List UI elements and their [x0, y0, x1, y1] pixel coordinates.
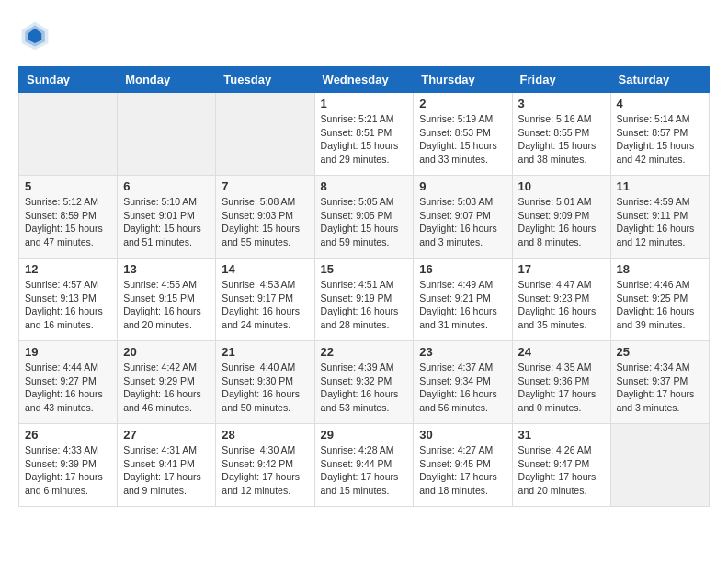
day-info: Sunrise: 4:34 AM Sunset: 9:37 PM Dayligh…	[617, 361, 703, 415]
day-number: 2	[419, 97, 506, 110]
calendar-table: SundayMondayTuesdayWednesdayThursdayFrid…	[18, 66, 710, 507]
calendar-cell: 11Sunrise: 4:59 AM Sunset: 9:11 PM Dayli…	[610, 176, 709, 259]
day-number: 1	[321, 97, 408, 110]
day-number: 21	[222, 345, 308, 359]
calendar-week-row: 5Sunrise: 5:12 AM Sunset: 8:59 PM Daylig…	[19, 176, 710, 259]
day-number: 16	[419, 262, 506, 276]
day-info: Sunrise: 5:14 AM Sunset: 8:57 PM Dayligh…	[617, 112, 703, 167]
day-info: Sunrise: 4:49 AM Sunset: 9:21 PM Dayligh…	[419, 278, 506, 332]
day-number: 27	[123, 428, 210, 442]
day-info: Sunrise: 5:19 AM Sunset: 8:53 PM Dayligh…	[419, 112, 506, 167]
day-number: 20	[123, 345, 210, 359]
day-info: Sunrise: 4:44 AM Sunset: 9:27 PM Dayligh…	[25, 361, 111, 415]
day-number: 5	[25, 179, 111, 193]
calendar-cell: 28Sunrise: 4:30 AM Sunset: 9:42 PM Dayli…	[216, 424, 314, 507]
day-number: 24	[518, 345, 605, 359]
page-header	[18, 18, 710, 52]
day-number: 29	[321, 428, 408, 442]
day-number: 9	[419, 179, 506, 193]
day-number: 12	[25, 262, 111, 276]
logo-icon	[18, 18, 51, 52]
day-info: Sunrise: 5:10 AM Sunset: 9:01 PM Dayligh…	[123, 195, 210, 249]
day-info: Sunrise: 4:57 AM Sunset: 9:13 PM Dayligh…	[25, 278, 111, 332]
day-info: Sunrise: 4:31 AM Sunset: 9:41 PM Dayligh…	[123, 443, 210, 498]
day-number: 28	[222, 428, 308, 442]
day-number: 7	[222, 179, 308, 193]
day-number: 8	[321, 179, 408, 193]
calendar-cell: 6Sunrise: 5:10 AM Sunset: 9:01 PM Daylig…	[118, 176, 216, 259]
day-info: Sunrise: 4:51 AM Sunset: 9:19 PM Dayligh…	[321, 278, 408, 332]
calendar-cell: 19Sunrise: 4:44 AM Sunset: 9:27 PM Dayli…	[19, 341, 118, 424]
calendar-cell: 22Sunrise: 4:39 AM Sunset: 9:32 PM Dayli…	[314, 341, 414, 424]
calendar-cell: 13Sunrise: 4:55 AM Sunset: 9:15 PM Dayli…	[118, 259, 216, 341]
day-number: 4	[617, 97, 703, 110]
day-info: Sunrise: 4:53 AM Sunset: 9:17 PM Dayligh…	[222, 278, 308, 332]
day-info: Sunrise: 4:26 AM Sunset: 9:47 PM Dayligh…	[518, 443, 605, 498]
weekday-header-tuesday: Tuesday	[216, 67, 314, 93]
weekday-header-wednesday: Wednesday	[314, 67, 414, 93]
calendar-cell: 7Sunrise: 5:08 AM Sunset: 9:03 PM Daylig…	[216, 176, 314, 259]
day-info: Sunrise: 4:42 AM Sunset: 9:29 PM Dayligh…	[123, 361, 210, 415]
weekday-header-saturday: Saturday	[610, 67, 709, 93]
day-info: Sunrise: 4:47 AM Sunset: 9:23 PM Dayligh…	[518, 278, 605, 332]
calendar-week-row: 19Sunrise: 4:44 AM Sunset: 9:27 PM Dayli…	[19, 341, 710, 424]
weekday-header-monday: Monday	[118, 67, 216, 93]
calendar-cell: 8Sunrise: 5:05 AM Sunset: 9:05 PM Daylig…	[314, 176, 414, 259]
day-number: 11	[617, 179, 703, 193]
calendar-cell	[118, 93, 216, 176]
day-number: 22	[321, 345, 408, 359]
calendar-cell	[610, 424, 709, 507]
day-info: Sunrise: 4:33 AM Sunset: 9:39 PM Dayligh…	[25, 443, 111, 498]
calendar-cell: 21Sunrise: 4:40 AM Sunset: 9:30 PM Dayli…	[216, 341, 314, 424]
day-info: Sunrise: 4:40 AM Sunset: 9:30 PM Dayligh…	[222, 361, 308, 415]
calendar-cell: 24Sunrise: 4:35 AM Sunset: 9:36 PM Dayli…	[512, 341, 610, 424]
calendar-cell: 20Sunrise: 4:42 AM Sunset: 9:29 PM Dayli…	[118, 341, 216, 424]
day-number: 13	[123, 262, 210, 276]
calendar-cell: 15Sunrise: 4:51 AM Sunset: 9:19 PM Dayli…	[314, 259, 414, 341]
calendar-cell: 31Sunrise: 4:26 AM Sunset: 9:47 PM Dayli…	[512, 424, 610, 507]
calendar-cell: 12Sunrise: 4:57 AM Sunset: 9:13 PM Dayli…	[19, 259, 118, 341]
day-info: Sunrise: 4:46 AM Sunset: 9:25 PM Dayligh…	[617, 278, 703, 332]
calendar-week-row: 26Sunrise: 4:33 AM Sunset: 9:39 PM Dayli…	[19, 424, 710, 507]
day-info: Sunrise: 5:05 AM Sunset: 9:05 PM Dayligh…	[321, 195, 408, 249]
day-number: 26	[25, 428, 111, 442]
calendar-cell	[216, 93, 314, 176]
weekday-header-row: SundayMondayTuesdayWednesdayThursdayFrid…	[19, 67, 710, 93]
day-info: Sunrise: 4:30 AM Sunset: 9:42 PM Dayligh…	[222, 443, 308, 498]
day-info: Sunrise: 5:01 AM Sunset: 9:09 PM Dayligh…	[518, 195, 605, 249]
calendar-cell: 16Sunrise: 4:49 AM Sunset: 9:21 PM Dayli…	[414, 259, 512, 341]
day-number: 31	[518, 428, 605, 442]
day-info: Sunrise: 4:59 AM Sunset: 9:11 PM Dayligh…	[617, 195, 703, 249]
calendar-cell: 4Sunrise: 5:14 AM Sunset: 8:57 PM Daylig…	[610, 93, 709, 176]
day-number: 6	[123, 179, 210, 193]
calendar-cell: 29Sunrise: 4:28 AM Sunset: 9:44 PM Dayli…	[314, 424, 414, 507]
day-number: 15	[321, 262, 408, 276]
day-info: Sunrise: 4:27 AM Sunset: 9:45 PM Dayligh…	[419, 443, 506, 498]
calendar-cell	[19, 93, 118, 176]
day-number: 10	[518, 179, 605, 193]
day-number: 19	[25, 345, 111, 359]
calendar-cell: 1Sunrise: 5:21 AM Sunset: 8:51 PM Daylig…	[314, 93, 414, 176]
day-number: 3	[518, 97, 605, 110]
calendar-cell: 10Sunrise: 5:01 AM Sunset: 9:09 PM Dayli…	[512, 176, 610, 259]
day-number: 23	[419, 345, 506, 359]
calendar-week-row: 12Sunrise: 4:57 AM Sunset: 9:13 PM Dayli…	[19, 259, 710, 341]
calendar-cell: 18Sunrise: 4:46 AM Sunset: 9:25 PM Dayli…	[610, 259, 709, 341]
weekday-header-sunday: Sunday	[19, 67, 118, 93]
calendar-cell: 30Sunrise: 4:27 AM Sunset: 9:45 PM Dayli…	[414, 424, 512, 507]
calendar-cell: 3Sunrise: 5:16 AM Sunset: 8:55 PM Daylig…	[512, 93, 610, 176]
day-info: Sunrise: 5:16 AM Sunset: 8:55 PM Dayligh…	[518, 112, 605, 167]
calendar-cell: 2Sunrise: 5:19 AM Sunset: 8:53 PM Daylig…	[414, 93, 512, 176]
weekday-header-thursday: Thursday	[414, 67, 512, 93]
calendar-cell: 26Sunrise: 4:33 AM Sunset: 9:39 PM Dayli…	[19, 424, 118, 507]
weekday-header-friday: Friday	[512, 67, 610, 93]
day-info: Sunrise: 4:37 AM Sunset: 9:34 PM Dayligh…	[419, 361, 506, 415]
calendar-week-row: 1Sunrise: 5:21 AM Sunset: 8:51 PM Daylig…	[19, 93, 710, 176]
day-number: 25	[617, 345, 703, 359]
calendar-cell: 25Sunrise: 4:34 AM Sunset: 9:37 PM Dayli…	[610, 341, 709, 424]
calendar-cell: 17Sunrise: 4:47 AM Sunset: 9:23 PM Dayli…	[512, 259, 610, 341]
day-info: Sunrise: 5:12 AM Sunset: 8:59 PM Dayligh…	[25, 195, 111, 249]
calendar-cell: 5Sunrise: 5:12 AM Sunset: 8:59 PM Daylig…	[19, 176, 118, 259]
day-info: Sunrise: 4:28 AM Sunset: 9:44 PM Dayligh…	[321, 443, 408, 498]
logo	[18, 18, 57, 52]
